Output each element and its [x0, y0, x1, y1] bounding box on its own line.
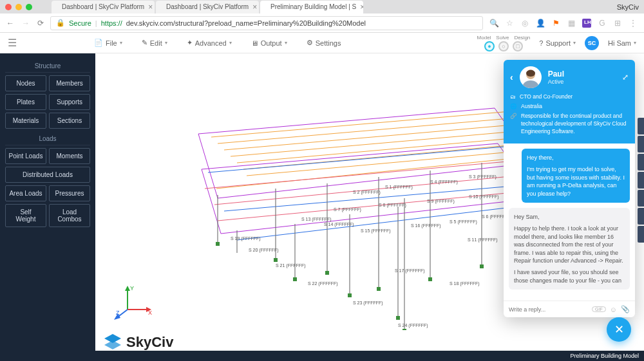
flag-icon[interactable]: ⚑ — [551, 19, 560, 28]
svg-text:Z: Z — [116, 310, 120, 316]
chat-reply-input[interactable] — [509, 306, 588, 313]
svg-text:Y: Y — [130, 285, 134, 292]
structural-model[interactable]: S 2 (FFFFFF) S 1 (FFFFFF) S 4 (FFFFFF) S… — [108, 60, 559, 330]
svg-text:S 8 (FFFFFF): S 8 (FFFFFF) — [379, 203, 406, 208]
output-menu[interactable]: 🖥Output▾ — [251, 39, 287, 47]
close-window-icon[interactable] — [5, 4, 12, 10]
svg-text:S 3 (FFFFFF): S 3 (FFFFFF) — [469, 174, 497, 180]
svg-line-5 — [231, 131, 524, 156]
svg-rect-28 — [216, 242, 220, 246]
nodes-button[interactable]: Nodes — [5, 75, 46, 91]
svg-text:S 1 (FFFFFF): S 1 (FFFFFF) — [385, 185, 413, 190]
chat-panel: ‹ Paul Active ⤢ 🗂CTO and Co-Founder 🌐Aus… — [504, 60, 635, 317]
g-icon[interactable]: G — [598, 19, 607, 28]
emoji-icon[interactable]: ☺ — [610, 306, 617, 313]
star-icon[interactable]: ☆ — [505, 19, 514, 28]
pressures-button[interactable]: Pressures — [49, 185, 90, 201]
browser-tab-active[interactable]: Preliminary Building Model | S× — [260, 1, 363, 14]
logo-text: SkyCiv — [126, 334, 173, 351]
minimize-window-icon[interactable] — [15, 4, 22, 10]
expand-icon[interactable]: ⤢ — [622, 73, 629, 82]
settings-button[interactable]: ⚙Settings — [307, 39, 341, 47]
plates-button[interactable]: Plates — [5, 94, 46, 110]
support-menu[interactable]: ?Support▾ — [539, 39, 576, 47]
gif-button[interactable]: GIF — [592, 306, 606, 312]
sidebar-section-loads: Loads — [5, 131, 90, 145]
circles-icon[interactable]: ◎ — [520, 19, 529, 28]
file-menu[interactable]: 📄File▾ — [94, 39, 122, 47]
svg-text:S 24 (FFFFFF): S 24 (FFFFFF) — [398, 323, 428, 328]
agent-name: Paul — [548, 69, 564, 79]
svg-text:S 11 (FFFFFF): S 11 (FFFFFF) — [468, 237, 498, 243]
edge-tab[interactable] — [638, 136, 644, 153]
load-combos-button[interactable]: Load Combos — [49, 204, 90, 227]
grid-icon[interactable]: ⊞ — [613, 19, 622, 28]
browser-tab[interactable]: Dashboard | SkyCiv Platform× — [52, 1, 155, 14]
area-loads-button[interactable]: Area Loads — [5, 185, 46, 201]
mode-design-button[interactable]: □ — [513, 41, 523, 51]
right-edge-tabs — [638, 118, 644, 243]
maximize-window-icon[interactable] — [26, 4, 32, 10]
user-avatar[interactable]: SC — [585, 36, 599, 50]
back-icon[interactable]: ← — [6, 19, 14, 28]
members-button[interactable]: Members — [49, 75, 90, 91]
materials-button[interactable]: Materials — [5, 113, 46, 129]
svg-marker-64 — [125, 286, 130, 291]
search-icon[interactable]: 🔍 — [489, 19, 498, 28]
svg-text:S 4 (FFFFFF): S 4 (FFFFFF) — [430, 180, 458, 185]
browser-tab[interactable]: Dashboard | SkyCiv Platform× — [156, 1, 259, 14]
edge-tab[interactable] — [638, 172, 644, 189]
svg-text:S 15 (FFFFFF): S 15 (FFFFFF) — [361, 228, 391, 234]
chat-messages[interactable]: Hey there, I'm trying to get my model to… — [504, 143, 635, 301]
supports-button[interactable]: Supports — [49, 94, 90, 110]
mode-solve-button[interactable]: ○ — [498, 41, 509, 51]
svg-line-2 — [211, 111, 511, 137]
distributed-loads-button[interactable]: Distributed Loads — [5, 167, 90, 183]
model-canvas[interactable]: S 2 (FFFFFF) S 1 (FFFFFF) S 4 (FFFFFF) S… — [95, 53, 644, 361]
menu-icon[interactable]: ⋮ — [629, 19, 638, 28]
briefcase-icon: 🗂 — [510, 93, 516, 101]
edge-tab[interactable] — [638, 226, 644, 243]
tab-title: Dashboard | SkyCiv Platform — [62, 3, 144, 10]
svg-text:S 23 (FFFFFF): S 23 (FFFFFF) — [353, 301, 383, 306]
back-icon[interactable]: ‹ — [510, 72, 513, 82]
edge-tab[interactable] — [638, 118, 644, 134]
edge-tab[interactable] — [638, 190, 644, 207]
sections-button[interactable]: Sections — [49, 113, 90, 129]
logo-icon — [103, 333, 122, 352]
moments-button[interactable]: Moments — [49, 148, 90, 164]
user-icon[interactable]: 👤 — [536, 19, 545, 28]
close-icon[interactable]: × — [252, 3, 257, 12]
self-weight-button[interactable]: Self Weight — [5, 204, 46, 227]
globe-icon: 🌐 — [510, 103, 517, 111]
advanced-menu[interactable]: ✦Advanced▾ — [187, 39, 232, 47]
url-input[interactable]: 🔒 Secure | https://dev.skyciv.com/struct… — [50, 16, 483, 30]
svg-text:S 10 (FFFFFF): S 10 (FFFFFF) — [469, 194, 499, 199]
close-icon[interactable]: × — [148, 3, 153, 12]
attachment-icon[interactable]: 📎 — [621, 305, 630, 313]
close-icon[interactable]: × — [360, 3, 363, 12]
svg-rect-30 — [325, 271, 329, 275]
left-sidebar: Structure NodesMembers PlatesSupports Ma… — [0, 53, 95, 361]
svg-rect-37 — [396, 316, 400, 320]
edge-tab[interactable] — [638, 208, 644, 225]
calendar-icon[interactable]: ▦ — [567, 19, 576, 28]
svg-text:S 5 (FFFFFF): S 5 (FFFFFF) — [450, 219, 477, 225]
sidebar-section-structure: Structure — [5, 59, 90, 73]
edge-tab[interactable] — [638, 154, 644, 171]
link-icon: 🔗 — [510, 113, 517, 136]
axis-triad: Y X Z — [115, 284, 153, 322]
window-traffic-lights[interactable] — [5, 4, 32, 10]
menu-icon[interactable]: ☰ — [8, 37, 17, 49]
secure-label: Secure — [69, 19, 91, 27]
svg-text:S 19 (FFFFFF): S 19 (FFFFFF) — [231, 236, 261, 241]
extension-badge[interactable]: LH — [582, 19, 591, 28]
reload-icon[interactable]: ⟳ — [37, 19, 44, 28]
app-toolbar: ☰ 📄File▾ ✎Edit▾ ✦Advanced▾ 🖥Output▾ ⚙Set… — [0, 33, 644, 53]
user-menu[interactable]: Hi Sam▾ — [608, 39, 636, 47]
workspace: Structure NodesMembers PlatesSupports Ma… — [0, 53, 644, 361]
point-loads-button[interactable]: Point Loads — [5, 148, 46, 164]
edit-menu[interactable]: ✎Edit▾ — [142, 39, 167, 47]
mode-model-button[interactable]: ● — [484, 41, 495, 51]
chat-close-fab[interactable]: ✕ — [607, 317, 631, 342]
